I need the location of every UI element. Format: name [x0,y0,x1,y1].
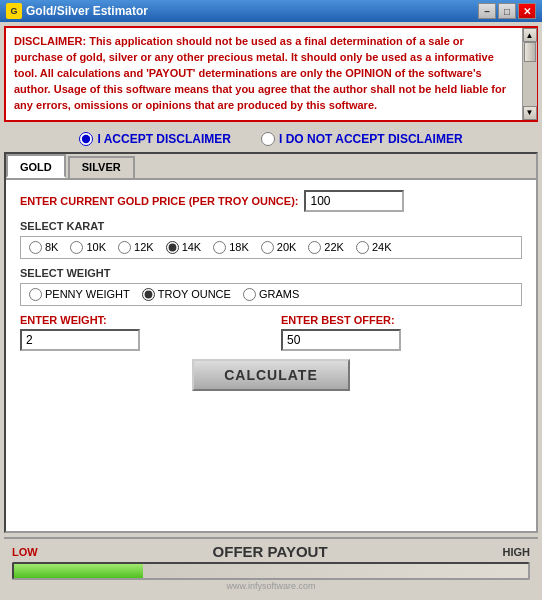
weight-section-label: SELECT WEIGHT [20,267,522,279]
karat-10k-radio[interactable] [70,241,83,254]
tab-silver[interactable]: SILVER [68,156,135,178]
weight-troy-radio[interactable] [142,288,155,301]
payout-progress-bar [12,562,530,580]
tab-bar: GOLD SILVER [6,154,536,180]
karat-24k-label[interactable]: 24K [356,241,392,254]
best-offer-label: ENTER BEST OFFER: [281,314,516,326]
disclaimer-text: DISCLAIMER: This application should not … [6,28,522,120]
weight-input[interactable] [20,329,140,351]
tab-gold[interactable]: GOLD [6,154,66,178]
title-bar: G Gold/Silver Estimator – □ ✕ [0,0,542,22]
main-window: DISCLAIMER: This application should not … [0,22,542,600]
reject-disclaimer-radio[interactable] [261,132,275,146]
scroll-up-button[interactable]: ▲ [523,28,537,42]
karat-8k-label[interactable]: 8K [29,241,58,254]
payout-header: LOW OFFER PAYOUT HIGH [12,543,530,560]
payout-low-label: LOW [12,546,38,558]
karat-22k-radio[interactable] [308,241,321,254]
watermark: www.infysoftware.com [12,581,530,591]
payout-high-label: HIGH [503,546,531,558]
payout-section: LOW OFFER PAYOUT HIGH www.infysoftware.c… [4,537,538,596]
karat-section-label: SELECT KARAT [20,220,522,232]
title-bar-controls: – □ ✕ [478,3,536,19]
weight-col: ENTER WEIGHT: [20,314,261,351]
accept-disclaimer-radio[interactable] [79,132,93,146]
karat-18k-radio[interactable] [213,241,226,254]
karat-22k-label[interactable]: 22K [308,241,344,254]
scroll-track [523,42,537,106]
best-offer-col: ENTER BEST OFFER: [281,314,522,351]
inputs-row: ENTER WEIGHT: ENTER BEST OFFER: [20,314,522,351]
weight-penny-label[interactable]: PENNY WEIGHT [29,288,130,301]
karat-20k-radio[interactable] [261,241,274,254]
disclaimer-radio-row: I ACCEPT DISCLAIMER I DO NOT ACCEPT DISC… [4,126,538,152]
best-offer-input[interactable] [281,329,401,351]
weight-penny-radio[interactable] [29,288,42,301]
title-bar-text: Gold/Silver Estimator [26,4,148,18]
scroll-thumb[interactable] [524,42,536,62]
disclaimer-scrollbar: ▲ ▼ [522,28,536,120]
payout-progress-fill [14,564,143,578]
karat-18k-label[interactable]: 18K [213,241,249,254]
gold-price-input[interactable] [304,190,404,212]
weight-grams-radio[interactable] [243,288,256,301]
accept-disclaimer-label[interactable]: I ACCEPT DISCLAIMER [79,132,231,146]
enter-weight-label: ENTER WEIGHT: [20,314,255,326]
weight-troy-label[interactable]: TROY OUNCE [142,288,231,301]
calculate-button[interactable]: CALCULATE [192,359,350,391]
close-button[interactable]: ✕ [518,3,536,19]
scroll-down-button[interactable]: ▼ [523,106,537,120]
karat-14k-radio[interactable] [166,241,179,254]
app-icon: G [6,3,22,19]
gold-price-row: ENTER CURRENT GOLD PRICE (PER TROY OUNCE… [20,190,522,212]
karat-radio-group: 8K 10K 12K 14K 18K 20K [29,241,513,254]
karat-20k-label[interactable]: 20K [261,241,297,254]
karat-10k-label[interactable]: 10K [70,241,106,254]
reject-disclaimer-label[interactable]: I DO NOT ACCEPT DISCLAIMER [261,132,463,146]
tab-content-gold: ENTER CURRENT GOLD PRICE (PER TROY OUNCE… [6,180,536,531]
minimize-button[interactable]: – [478,3,496,19]
karat-24k-radio[interactable] [356,241,369,254]
karat-section: 8K 10K 12K 14K 18K 20K [20,236,522,259]
weight-section: PENNY WEIGHT TROY OUNCE GRAMS [20,283,522,306]
payout-title: OFFER PAYOUT [38,543,503,560]
weight-radio-group: PENNY WEIGHT TROY OUNCE GRAMS [29,288,513,301]
disclaimer-box: DISCLAIMER: This application should not … [4,26,538,122]
karat-8k-radio[interactable] [29,241,42,254]
gold-price-label: ENTER CURRENT GOLD PRICE (PER TROY OUNCE… [20,195,298,207]
content-area: GOLD SILVER ENTER CURRENT GOLD PRICE (PE… [4,152,538,533]
maximize-button[interactable]: □ [498,3,516,19]
karat-14k-label[interactable]: 14K [166,241,202,254]
weight-grams-label[interactable]: GRAMS [243,288,299,301]
karat-12k-radio[interactable] [118,241,131,254]
karat-12k-label[interactable]: 12K [118,241,154,254]
